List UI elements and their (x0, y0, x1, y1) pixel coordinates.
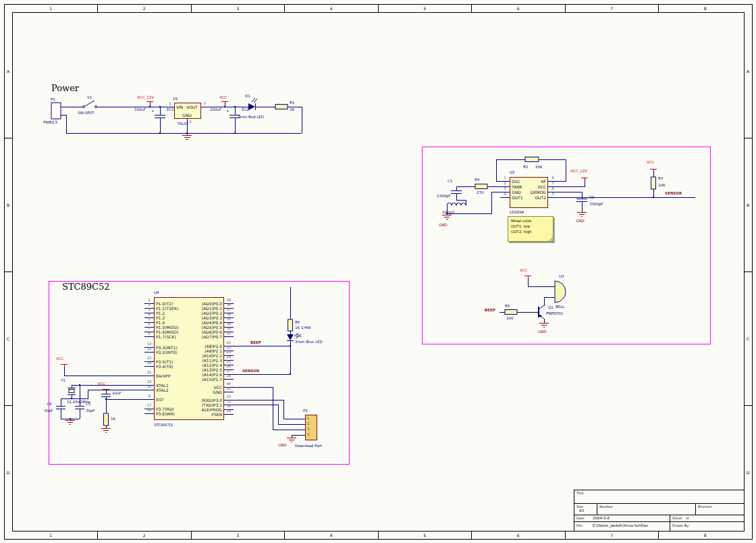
titleblock-number-label: Number (599, 505, 613, 509)
schematic-sheet: Metal exist OUT1: low OUT2: high Power P… (0, 0, 756, 543)
d2-ref: D2 (296, 334, 302, 338)
u1-pin-number-3: 3 (202, 102, 207, 105)
pin-stub (144, 376, 154, 376)
y1-ref: Y1 (61, 378, 65, 382)
pin-label: (AD1)P0.1 (175, 306, 222, 311)
frame-col-label: 6 (472, 4, 566, 12)
s1-ref: S1 (87, 95, 92, 99)
pin-stub (144, 352, 154, 353)
pin-number: 25 (223, 360, 234, 363)
frame-col-label: 8 (659, 4, 753, 12)
frame-col-label: 7 (565, 531, 659, 539)
pin-label: (AD3)P0.3 (175, 315, 222, 320)
pin-number: 12 (144, 347, 155, 351)
titleblock-title-label: Title (576, 491, 584, 495)
pin-label: (AD0)P0.0 (175, 301, 222, 306)
d2-value: 3mm Blue LED (295, 340, 323, 344)
frame-col-label: 5 (378, 4, 472, 12)
switch-contact (83, 106, 85, 108)
connector-pin-number: 2 (307, 422, 314, 425)
pin-number: 18 (144, 385, 155, 388)
frame-col-label: 3 (191, 4, 285, 12)
u1-pin-vout: VOUT (186, 105, 198, 109)
pin-number: 26 (223, 365, 234, 368)
pin-number: 36 (223, 313, 234, 316)
r4-ref: R4 (475, 178, 479, 182)
pin-label: (AD5)P0.5 (175, 325, 222, 330)
pin-label: OUT2 (529, 195, 546, 200)
frame-row-label: C (4, 272, 12, 405)
pin-label: OUT1 (512, 195, 529, 200)
r5-value: 100 (506, 316, 514, 320)
pin-label: (AD6)P0.6 (175, 330, 222, 334)
switch-contact (95, 106, 97, 108)
pin-number: 7 (547, 182, 558, 185)
rst-resistor-value: 1K (111, 417, 115, 421)
titleblock-date-value: 2004-5-8 (593, 516, 610, 520)
pin-label: (A13)P2.5 (175, 367, 222, 372)
note-line: Metal exist (511, 219, 531, 224)
pin-number: 28 (223, 374, 234, 378)
pin-number: 13 (144, 342, 155, 346)
pin-label: DEMOD (529, 190, 546, 195)
titleblock-drawn-label: Drawn By: (672, 523, 690, 527)
pin-number: 2 (500, 182, 510, 185)
frame-row-label: D (4, 405, 12, 539)
pin-number: 19 (144, 380, 155, 384)
annotation-note: Metal exist OUT1: low OUT2: high (508, 216, 554, 242)
r2-ref: R2 (523, 165, 528, 169)
mcu-section-title: STC89C52 (62, 282, 110, 292)
pin-stub (144, 413, 154, 414)
pin-stub (296, 419, 305, 419)
pin-number: 6 (547, 187, 558, 190)
c5-value: 30pF (86, 409, 95, 413)
pin-number: 22 (223, 346, 234, 349)
pin-stub (296, 424, 305, 425)
ec2-ref: EC2 (242, 107, 249, 111)
pin-label: (A8)P2.0 (175, 344, 222, 348)
pin-label: (A11)P2.3 (175, 358, 222, 363)
u3-ref: U3 (559, 274, 564, 278)
pin-number: 27 (223, 369, 234, 373)
pin-label: OSC (512, 179, 529, 184)
pin-number: 30 (223, 405, 234, 408)
pin-number: 38 (223, 303, 234, 307)
pin-label: ALE/PROG (175, 407, 222, 412)
titleblock-file-value: E:\Home_Jacket\3mus.SchDoc (593, 523, 648, 527)
beep-net-label: BEEP (485, 308, 495, 312)
p1-value: PWR2.5 (43, 120, 57, 124)
pin-number: 3 (500, 187, 510, 190)
pin-stub (296, 435, 305, 436)
u1-ref: U1 (173, 97, 178, 101)
power-section-title: Power (51, 84, 79, 93)
pin-label: VCC (529, 184, 546, 189)
pin-number: 31 (144, 371, 155, 374)
pin-number: 35 (223, 317, 234, 321)
d1-value: 3mm Red LED (238, 115, 264, 119)
frame-col-label: 8 (659, 531, 753, 539)
c1-ref: C1 (448, 179, 452, 183)
pin-stub (224, 392, 234, 392)
u1-pin-number-1: 1 (168, 102, 172, 105)
pin-label: (A10)P2.2 (175, 353, 222, 358)
r6-value: 1K 1/4W (295, 326, 310, 330)
ec2-value: 100uF (210, 107, 221, 111)
pin-number: 23 (223, 351, 234, 354)
vcc-rst-port: VCC (98, 382, 105, 386)
pin-label: RF (529, 179, 546, 184)
pin-number: 10 (223, 395, 234, 398)
c2-ref: C2 (589, 195, 594, 199)
pin-label: (AD7)P0.7 (175, 334, 222, 339)
pin-number: 3 (144, 308, 155, 311)
r4-value: 270 (477, 190, 484, 195)
titleblock-revision-label: Revision (698, 505, 712, 509)
s1-value: SW-SPST (78, 111, 94, 115)
frame-col-label: 4 (285, 4, 379, 12)
ec1-plus-sign: + (151, 109, 155, 113)
note-fold-corner (548, 236, 553, 241)
gnd-label-tank: GND (439, 223, 448, 227)
vcc-power-port: VCC (219, 95, 227, 99)
switch-blade (85, 101, 94, 106)
pin-label: (A12)P2.4 (175, 363, 222, 367)
pin-number: 1 (500, 176, 510, 180)
